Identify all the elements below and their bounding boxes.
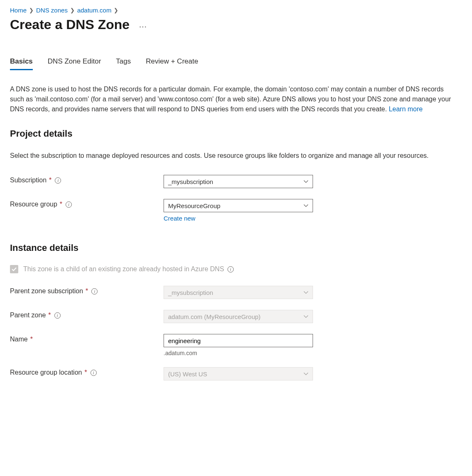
project-details-section: Project details Select the subscription … xyxy=(10,128,462,222)
chevron-right-icon: ❯ xyxy=(29,7,34,13)
info-icon[interactable]: i xyxy=(55,177,61,184)
breadcrumb-dns-zones[interactable]: DNS zones xyxy=(36,7,68,14)
chevron-down-icon xyxy=(303,289,308,296)
breadcrumb-home[interactable]: Home xyxy=(10,7,27,14)
resource-group-dropdown[interactable]: MyResourceGroup xyxy=(164,199,313,212)
chevron-right-icon: ❯ xyxy=(70,7,75,13)
chevron-down-icon xyxy=(303,313,308,320)
breadcrumb: Home ❯ DNS zones ❯ adatum.com ❯ xyxy=(10,7,462,14)
instance-details-heading: Instance details xyxy=(10,243,462,253)
chevron-down-icon xyxy=(303,202,308,209)
child-zone-checkbox[interactable] xyxy=(10,265,18,273)
parent-zone-dropdown: adatum.com (MyResourceGroup) xyxy=(164,310,313,323)
tabs: Basics DNS Zone Editor Tags Review + Cre… xyxy=(10,57,462,70)
tab-dns-zone-editor[interactable]: DNS Zone Editor xyxy=(48,57,101,70)
page-title: Create a DNS Zone xyxy=(10,17,130,32)
tab-review-create[interactable]: Review + Create xyxy=(146,57,198,70)
project-details-description: Select the subscription to manage deploy… xyxy=(10,151,458,161)
parent-zone-subscription-label: Parent zone subscription* i xyxy=(10,286,164,295)
tab-basics[interactable]: Basics xyxy=(10,57,33,70)
more-actions-button[interactable]: … xyxy=(136,20,150,29)
instance-details-section: Instance details This zone is a child of… xyxy=(10,243,462,380)
create-new-link[interactable]: Create new xyxy=(164,215,196,222)
breadcrumb-adatum[interactable]: adatum.com xyxy=(77,7,112,14)
chevron-down-icon xyxy=(303,178,308,185)
info-icon[interactable]: i xyxy=(227,266,234,272)
info-icon[interactable]: i xyxy=(90,370,97,376)
intro-description: A DNS zone is used to host the DNS recor… xyxy=(10,84,458,114)
parent-zone-subscription-dropdown: _mysubscription xyxy=(164,286,313,299)
info-icon[interactable]: i xyxy=(91,288,98,294)
info-icon[interactable]: i xyxy=(54,312,61,319)
learn-more-link[interactable]: Learn more xyxy=(389,106,423,113)
subscription-dropdown[interactable]: _mysubscription xyxy=(164,175,313,188)
name-suffix: .adatum.com xyxy=(164,350,313,356)
subscription-label: Subscription* i xyxy=(10,175,164,184)
resource-group-location-label: Resource group location* i xyxy=(10,367,164,376)
tab-tags[interactable]: Tags xyxy=(116,57,131,70)
resource-group-label: Resource group* i xyxy=(10,199,164,208)
parent-zone-label: Parent zone* i xyxy=(10,310,164,319)
project-details-heading: Project details xyxy=(10,128,462,139)
chevron-right-icon: ❯ xyxy=(114,7,118,13)
name-field[interactable] xyxy=(164,334,313,347)
intro-text: A DNS zone is used to host the DNS recor… xyxy=(10,86,451,113)
child-zone-label: This zone is a child of an existing zone… xyxy=(23,265,224,273)
info-icon[interactable]: i xyxy=(66,201,72,208)
chevron-down-icon xyxy=(303,370,308,378)
name-label: Name* xyxy=(10,334,164,343)
resource-group-location-dropdown: (US) West US xyxy=(164,367,313,380)
